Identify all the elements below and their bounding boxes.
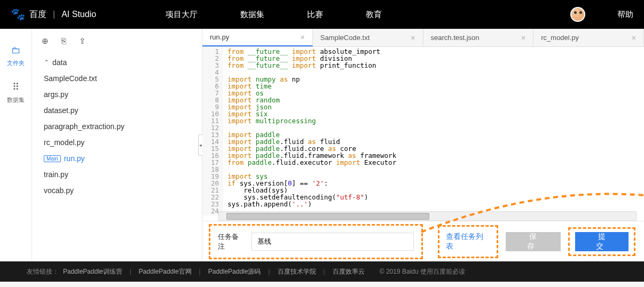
save-button[interactable]: 保存 <box>506 232 561 251</box>
file-item[interactable]: vocab.py <box>42 182 192 198</box>
file-item[interactable]: rc_model.py <box>42 134 192 150</box>
file-item[interactable]: paragraph_extraction.py <box>42 118 192 134</box>
footer-label: 友情链接： <box>27 267 59 276</box>
rail-files[interactable]: 🗀 文件夹 <box>0 39 32 76</box>
submit-button[interactable]: 提交 <box>575 232 629 251</box>
brand-cn: 百度 <box>29 9 46 20</box>
brand-studio: AI Studio <box>61 10 96 19</box>
remark-group: 任务备注 <box>209 224 423 259</box>
avatar[interactable] <box>570 7 585 22</box>
nav-competitions[interactable]: 比赛 <box>307 10 323 20</box>
main-tag: Main <box>44 155 61 162</box>
main-file-label: run.py <box>64 154 85 163</box>
nav-links: 项目大厅 数据集 比赛 教育 <box>166 10 570 20</box>
task-link-box: 查看任务列表 <box>438 225 498 258</box>
tab-sample[interactable]: SampleCode.txt× <box>313 29 423 46</box>
editor-tabs: run.py× SampleCode.txt× search.test.json… <box>202 29 644 47</box>
code-lines[interactable]: from __future__ import absolute_importfr… <box>223 47 400 216</box>
footer-link[interactable]: 百度技术学院 <box>278 267 316 276</box>
nav-help[interactable]: 帮助 <box>617 10 633 20</box>
file-item[interactable]: dataset.py <box>42 102 192 118</box>
submit-box: 提交 <box>568 227 635 256</box>
footer-link[interactable]: 百度效率云 <box>333 267 365 276</box>
file-item[interactable]: SampleCode.txt <box>42 70 192 86</box>
footer: 友情链接： PaddlePaddle训练营| PaddlePaddle官网| P… <box>0 261 644 282</box>
nav-education[interactable]: 教育 <box>366 10 382 20</box>
grid-icon: ⠿ <box>0 81 32 93</box>
logo[interactable]: 🐾 百度 | AI Studio <box>11 7 96 21</box>
file-toolbar: ⊕ ⎘ ⇪ <box>32 34 202 52</box>
tab-rcmodel[interactable]: rc_model.py× <box>533 29 644 46</box>
new-file-icon[interactable]: ⊕ <box>42 36 49 46</box>
top-nav: 🐾 百度 | AI Studio 项目大厅 数据集 比赛 教育 帮助 <box>0 0 644 29</box>
left-rail: 🗀 文件夹 ⠿ 数据集 <box>0 29 32 261</box>
scrollbar-thumb[interactable] <box>226 213 429 220</box>
tab-run-py[interactable]: run.py× <box>202 29 313 46</box>
editor-area: ◂ run.py× SampleCode.txt× search.test.js… <box>202 29 644 261</box>
footer-copyright: © 2019 Baidu 使用百度前必读 <box>380 267 465 276</box>
remark-label: 任务备注 <box>218 232 245 251</box>
file-item[interactable]: args.py <box>42 86 192 102</box>
file-item-main[interactable]: Main run.py <box>42 150 192 166</box>
file-item[interactable]: train.py <box>42 166 192 182</box>
close-icon[interactable]: × <box>411 34 415 42</box>
view-tasks-link[interactable]: 查看任务列表 <box>446 232 483 250</box>
nav-projects[interactable]: 项目大厅 <box>166 10 198 20</box>
close-icon[interactable]: × <box>521 34 525 42</box>
logo-separator: | <box>53 10 55 19</box>
remark-input[interactable] <box>252 233 414 251</box>
file-panel: ⊕ ⎘ ⇪ data SampleCode.txt args.py datase… <box>32 29 202 261</box>
rail-datasets[interactable]: ⠿ 数据集 <box>0 76 32 113</box>
upload-icon[interactable]: ⇪ <box>79 36 86 46</box>
main-area: 🗀 文件夹 ⠿ 数据集 ⊕ ⎘ ⇪ data SampleCode.txt ar… <box>0 29 644 261</box>
line-gutter: 123456789101112131415161718192021222324 <box>202 47 223 216</box>
footer-link[interactable]: PaddlePaddle源码 <box>208 267 261 276</box>
collapse-handle[interactable]: ◂ <box>198 134 202 156</box>
folder-icon: 🗀 <box>0 45 32 56</box>
rail-datasets-label: 数据集 <box>7 97 25 103</box>
new-folder-icon[interactable]: ⎘ <box>61 36 66 46</box>
close-icon[interactable]: × <box>632 34 636 42</box>
footer-link[interactable]: PaddlePaddle训练营 <box>63 267 122 276</box>
nav-datasets[interactable]: 数据集 <box>240 10 264 20</box>
bottom-bar: 任务备注 查看任务列表 保存 提交 <box>202 221 644 261</box>
rail-files-label: 文件夹 <box>7 60 25 66</box>
close-icon[interactable]: × <box>301 33 305 42</box>
code-editor[interactable]: 123456789101112131415161718192021222324 … <box>202 47 644 221</box>
paw-icon: 🐾 <box>11 7 25 21</box>
horizontal-scrollbar[interactable] <box>218 211 637 221</box>
file-tree: data SampleCode.txt args.py dataset.py p… <box>32 52 202 201</box>
tab-search[interactable]: search.test.json× <box>423 29 534 46</box>
footer-link[interactable]: PaddlePaddle官网 <box>139 267 192 276</box>
folder-data[interactable]: data <box>42 54 192 70</box>
